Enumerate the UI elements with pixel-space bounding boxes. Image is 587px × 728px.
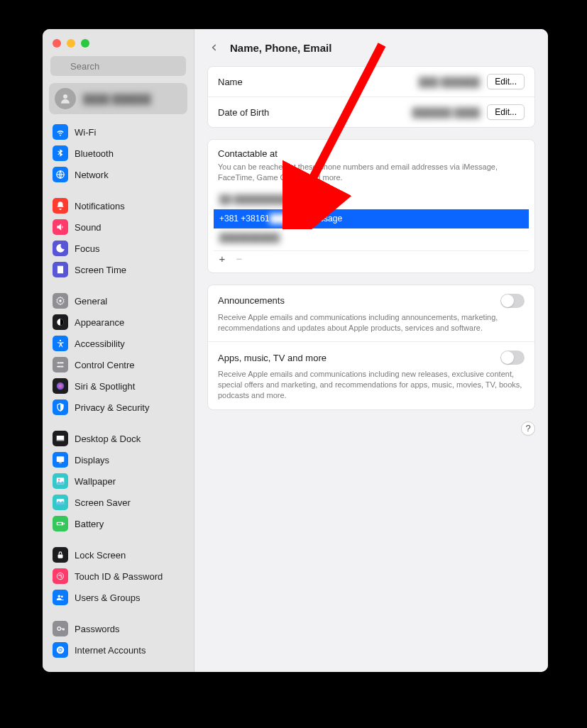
sidebar-item-appearance[interactable]: Appearance xyxy=(49,311,187,333)
sidebar-nav: Wi-FiBluetoothNetworkNotificationsSoundF… xyxy=(43,121,194,672)
sidebar-item-touchid[interactable]: Touch ID & Password xyxy=(49,566,187,587)
sidebar-item-desktop[interactable]: Desktop & Dock xyxy=(49,428,187,449)
sidebar-item-users[interactable]: Users & Groups xyxy=(49,587,187,608)
sidebar-item-general[interactable]: General xyxy=(49,290,187,311)
sidebar-item-label: Touch ID & Password xyxy=(75,571,163,582)
sidebar-item-passwords[interactable]: Passwords xyxy=(49,618,187,639)
edit-dob-button[interactable]: Edit... xyxy=(487,104,525,120)
sidebar-item-label: Notifications xyxy=(75,201,125,211)
sidebar-item-controlcentre[interactable]: Control Centre xyxy=(49,354,187,375)
sidebar-item-bluetooth[interactable]: Bluetooth xyxy=(49,143,187,164)
sidebar-item-label: Displays xyxy=(75,455,109,465)
back-button[interactable] xyxy=(207,40,221,55)
sidebar-item-displays[interactable]: Displays xyxy=(49,449,187,470)
remove-contact-button[interactable]: − xyxy=(231,251,248,267)
sidebar-item-label: Screen Saver xyxy=(75,497,131,508)
sidebar-item-label: Siri & Spotlight xyxy=(75,381,135,392)
lockscreen-icon xyxy=(53,547,68,563)
avatar xyxy=(55,88,76,109)
sidebar-item-label: Desktop & Dock xyxy=(75,434,141,444)
sidebar-item-label: Wi-Fi xyxy=(75,127,96,138)
svg-rect-20 xyxy=(64,523,65,524)
svg-point-23 xyxy=(57,573,63,579)
controlcentre-icon xyxy=(53,357,68,373)
sidebar-item-screentime[interactable]: Screen Time xyxy=(49,259,187,280)
sidebar-item-sound[interactable]: Sound xyxy=(49,216,187,238)
svg-rect-21 xyxy=(57,523,62,524)
content-pane: Name, Phone, Email Name ███ ██████ Edit.… xyxy=(194,29,548,672)
close-icon[interactable] xyxy=(53,39,61,48)
sound-icon xyxy=(53,219,68,235)
sidebar-item-wifi[interactable]: Wi-Fi xyxy=(49,121,187,143)
sidebar-item-siri[interactable]: Siri & Spotlight xyxy=(49,375,187,397)
contactable-title: Contactable at xyxy=(218,148,525,159)
general-icon xyxy=(53,293,68,309)
sidebar-item-internetaccounts[interactable]: @Internet Accounts xyxy=(49,639,187,661)
help-button[interactable]: ? xyxy=(521,421,535,436)
sidebar-item-privacy[interactable]: Privacy & Security xyxy=(49,397,187,418)
contact-list: ██ ████████████████+381 +38161██████ iMe… xyxy=(208,187,534,272)
wifi-icon xyxy=(53,124,68,140)
bluetooth-icon xyxy=(53,145,68,161)
svg-point-9 xyxy=(57,362,60,364)
battery-icon xyxy=(53,516,68,531)
sidebar-item-label: Sound xyxy=(75,222,102,233)
svg-point-10 xyxy=(61,365,63,368)
accessibility-icon xyxy=(53,336,68,351)
contact-item[interactable]: ██████████ xyxy=(214,228,529,248)
svg-rect-15 xyxy=(59,463,62,463)
contactable-desc: You can be reached at these phone number… xyxy=(218,162,525,183)
sidebar-item-notifications[interactable]: Notifications xyxy=(49,195,187,216)
svg-rect-13 xyxy=(57,440,65,441)
sidebar-item-label: Appearance xyxy=(75,317,124,328)
setting-desc: Receive Apple emails and communications … xyxy=(218,369,525,401)
sidebar-item-label: Lock Screen xyxy=(75,550,126,561)
name-label: Name xyxy=(218,77,243,87)
sidebar-item-screensaver[interactable]: Screen Saver xyxy=(49,492,187,513)
svg-rect-22 xyxy=(58,554,63,558)
contact-item[interactable]: +381 +38161██████ iMessage xyxy=(214,209,529,228)
name-row: Name ███ ██████ Edit... xyxy=(208,67,534,96)
toggle-apps[interactable] xyxy=(500,351,525,365)
svg-point-25 xyxy=(61,595,63,597)
content-scroll[interactable]: Name ███ ██████ Edit... Date of Birth ██… xyxy=(194,66,548,672)
focus-icon xyxy=(53,241,68,256)
svg-point-11 xyxy=(57,382,65,390)
minimize-icon[interactable] xyxy=(67,39,75,48)
svg-point-26 xyxy=(57,627,61,631)
dob-row: Date of Birth ██████ ████ Edit... xyxy=(208,96,534,127)
sidebar-item-label: Control Centre xyxy=(75,360,135,370)
sidebar-item-label: Battery xyxy=(75,519,104,529)
internetaccounts-icon: @ xyxy=(53,642,68,658)
setting-title: Apps, music, TV and more xyxy=(218,353,500,363)
zoom-icon[interactable] xyxy=(81,39,89,48)
edit-name-button[interactable]: Edit... xyxy=(487,74,525,89)
sidebar-item-battery[interactable]: Battery xyxy=(49,513,187,534)
sidebar-item-wallpaper[interactable]: Wallpaper xyxy=(49,470,187,492)
displays-icon xyxy=(53,452,68,468)
svg-point-24 xyxy=(58,595,61,598)
passwords-icon xyxy=(53,621,68,636)
sidebar-item-lockscreen[interactable]: Lock Screen xyxy=(49,544,187,566)
search-input[interactable] xyxy=(50,56,186,76)
add-contact-button[interactable]: + xyxy=(214,251,231,267)
toggle-announcements[interactable] xyxy=(500,294,525,308)
sidebar-item-accessibility[interactable]: Accessibility xyxy=(49,333,187,354)
sidebar-item-label: Network xyxy=(75,170,109,180)
touchid-icon xyxy=(53,568,68,584)
desktop-icon xyxy=(53,431,68,446)
svg-rect-14 xyxy=(57,456,65,462)
sidebar-item-network[interactable]: Network xyxy=(49,164,187,185)
name-value: ███ ██████ xyxy=(419,77,481,87)
sidebar-item-label: General xyxy=(75,296,107,307)
svg-point-1 xyxy=(63,94,67,99)
communications-card: AnnouncementsReceive Apple emails and co… xyxy=(207,285,535,410)
setting-apps: Apps, music, TV and moreReceive Apple em… xyxy=(208,341,534,409)
contact-item[interactable]: ██ ████████████████ xyxy=(214,190,529,209)
account-row[interactable]: ████ ██████ xyxy=(49,83,187,114)
sidebar-item-label: Users & Groups xyxy=(75,592,140,603)
window-controls xyxy=(43,29,194,56)
setting-desc: Receive Apple emails and communications … xyxy=(218,312,525,333)
screentime-icon xyxy=(53,262,68,277)
sidebar-item-focus[interactable]: Focus xyxy=(49,238,187,259)
